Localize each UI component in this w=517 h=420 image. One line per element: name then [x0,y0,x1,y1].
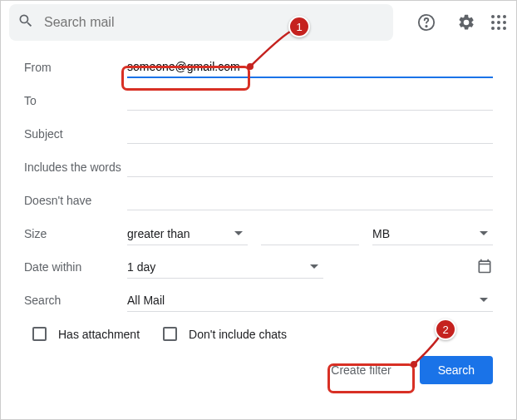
search-label: Search [24,294,127,307]
help-icon[interactable] [410,6,443,39]
header-icons [410,6,508,39]
row-includes: Includes the words [24,151,493,184]
no-chats-checkbox[interactable]: Don't include chats [163,327,287,341]
size-label: Size [24,227,127,240]
chevron-down-icon [310,264,318,269]
svg-point-1 [426,26,426,27]
includes-field[interactable] [127,157,493,177]
subject-field[interactable] [127,124,493,144]
from-field[interactable] [127,57,493,78]
search-scope-dropdown[interactable]: All Mail [127,289,493,312]
has-attachment-checkbox[interactable]: Has attachment [32,327,140,341]
size-op-dropdown[interactable]: greater than [127,222,248,245]
row-doesnt-have: Doesn't have [24,184,493,217]
search-scope-value: All Mail [127,294,165,307]
chevron-down-icon [480,231,488,235]
date-label: Date within [24,260,127,274]
header [1,1,516,41]
includes-label: Includes the words [24,161,127,174]
search-input[interactable] [44,15,385,30]
date-range-dropdown[interactable]: 1 day [127,255,323,279]
size-unit-dropdown[interactable]: MB [372,222,493,245]
row-date: Date within 1 day [24,250,493,284]
size-unit-value: MB [372,227,390,240]
search-icon [17,12,34,32]
row-subject: Subject [24,117,493,151]
size-op-value: greater than [127,227,190,240]
calendar-icon[interactable] [476,258,493,277]
create-filter-button[interactable]: Create filter [313,356,409,384]
from-input[interactable] [127,60,493,73]
row-from: From [24,51,493,84]
from-label: From [24,61,127,74]
to-label: To [24,94,127,107]
chevron-down-icon [234,231,243,235]
has-attachment-label: Has attachment [58,328,140,341]
apps-icon[interactable] [490,6,508,39]
row-to: To [24,84,493,117]
doesnt-have-label: Doesn't have [24,194,127,207]
subject-label: Subject [24,127,127,141]
checkbox-icon [163,327,177,341]
search-bar[interactable] [9,4,393,41]
chevron-down-icon [480,298,488,302]
row-search: Search All Mail [24,284,493,317]
filter-panel: From To Subject Includes the words Doesn… [1,41,516,394]
checkbox-icon [32,327,47,341]
no-chats-label: Don't include chats [189,328,287,341]
button-row: Create filter Search [24,344,493,394]
checkbox-row: Has attachment Don't include chats [24,317,493,344]
to-field[interactable] [127,91,493,111]
size-value-field[interactable] [261,222,359,245]
row-size: Size greater than MB [24,217,493,250]
gear-icon[interactable] [450,6,483,39]
search-button[interactable]: Search [420,356,493,384]
doesnt-have-field[interactable] [127,190,493,210]
date-range-value: 1 day [127,260,155,274]
